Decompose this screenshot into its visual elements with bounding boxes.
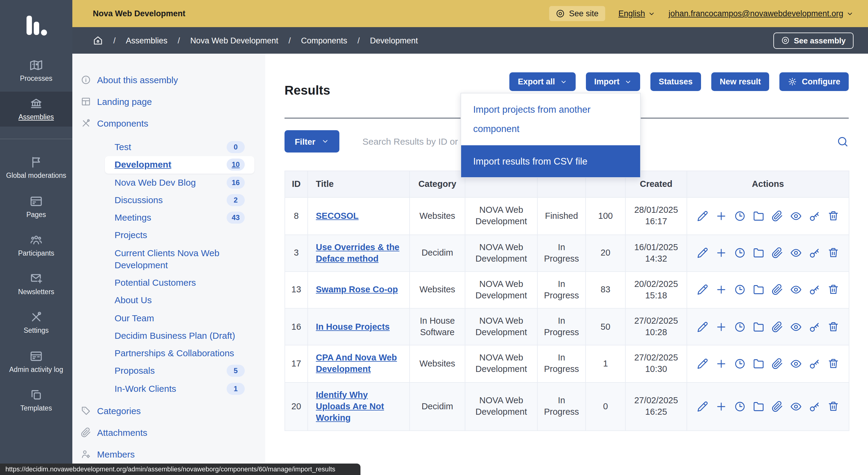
delete-icon[interactable]	[828, 247, 839, 259]
configure-button[interactable]: Configure	[780, 72, 849, 91]
rail-item-admin-activity-log[interactable]: Admin activity log	[0, 344, 72, 379]
result-link[interactable]: Identify Why Uploads Are Not Working	[316, 390, 384, 422]
rail-item-assemblies[interactable]: Assemblies	[0, 92, 72, 127]
attachments-icon[interactable]	[772, 358, 783, 370]
preview-icon[interactable]	[790, 284, 802, 296]
menu-members[interactable]: Members	[81, 448, 254, 461]
breadcrumb-development[interactable]: Development	[370, 36, 418, 45]
edit-icon[interactable]	[697, 247, 708, 259]
new-result-button[interactable]: New result	[711, 72, 770, 91]
menu-landing-page[interactable]: Landing page	[81, 95, 254, 108]
filter-button[interactable]: Filter	[284, 130, 339, 153]
timeline-icon[interactable]	[734, 247, 746, 259]
timeline-icon[interactable]	[734, 401, 746, 412]
edit-icon[interactable]	[697, 210, 708, 222]
folder-icon[interactable]	[753, 210, 764, 222]
attachments-icon[interactable]	[772, 247, 783, 259]
component-decidim-business-plan[interactable]: Decidim Business Plan (Draft)	[105, 327, 254, 345]
decidim-logo[interactable]	[0, 0, 72, 53]
rail-item-pages[interactable]: Pages	[0, 189, 72, 224]
home-icon[interactable]	[93, 35, 103, 45]
permissions-icon[interactable]	[809, 321, 820, 332]
permissions-icon[interactable]	[809, 284, 820, 296]
component-partnerships[interactable]: Partnerships & Collaborations	[105, 345, 254, 362]
rail-item-newsletters[interactable]: Newsletters	[0, 266, 72, 302]
timeline-icon[interactable]	[734, 358, 746, 370]
result-link[interactable]: CPA And Nova Web Development	[316, 353, 397, 374]
permissions-icon[interactable]	[809, 358, 820, 370]
delete-icon[interactable]	[828, 321, 839, 332]
component-discussions[interactable]: Discussions 2	[105, 192, 254, 209]
result-link[interactable]: Swamp Rose Co-op	[316, 285, 398, 294]
delete-icon[interactable]	[828, 358, 839, 370]
timeline-icon[interactable]	[734, 321, 746, 332]
breadcrumb-components[interactable]: Components	[301, 36, 347, 45]
language-selector[interactable]: English	[618, 9, 655, 18]
folder-icon[interactable]	[753, 284, 764, 296]
folder-icon[interactable]	[753, 247, 764, 259]
see-site-button[interactable]: See site	[549, 6, 605, 21]
add-icon[interactable]	[715, 284, 727, 296]
menu-attachments[interactable]: Attachments	[81, 426, 254, 439]
rail-item-settings[interactable]: Settings	[0, 305, 72, 340]
edit-icon[interactable]	[697, 321, 708, 332]
rail-item-processes[interactable]: Processes	[0, 53, 72, 88]
preview-icon[interactable]	[790, 210, 802, 222]
delete-icon[interactable]	[828, 401, 839, 412]
timeline-icon[interactable]	[734, 210, 746, 222]
folder-icon[interactable]	[753, 401, 764, 412]
edit-icon[interactable]	[697, 401, 708, 412]
edit-icon[interactable]	[697, 284, 708, 296]
add-icon[interactable]	[715, 321, 727, 332]
search-icon[interactable]	[837, 135, 849, 147]
component-about-us[interactable]: About Us	[105, 292, 254, 309]
edit-icon[interactable]	[697, 358, 708, 370]
permissions-icon[interactable]	[809, 401, 820, 412]
permissions-icon[interactable]	[809, 210, 820, 222]
export-all-button[interactable]: Export all	[509, 72, 575, 91]
menu-components[interactable]: Components	[81, 117, 254, 130]
preview-icon[interactable]	[790, 321, 802, 332]
rail-item-global-moderations[interactable]: Global moderations	[0, 150, 72, 185]
result-link[interactable]: Use Overrides & the Deface method	[316, 242, 399, 263]
component-development[interactable]: Development 10	[105, 156, 254, 173]
import-button[interactable]: Import	[586, 72, 640, 91]
component-current-clients[interactable]: Current Clients Nova Web Development	[105, 245, 254, 274]
delete-icon[interactable]	[828, 284, 839, 296]
component-proposals[interactable]: Proposals 5	[105, 362, 254, 380]
statuses-button[interactable]: Statuses	[650, 72, 701, 91]
component-meetings[interactable]: Meetings 43	[105, 209, 254, 226]
component-potential-customers[interactable]: Potential Customers	[105, 274, 254, 291]
component-in-work-clients[interactable]: In-Work Clients 1	[105, 380, 254, 397]
result-link[interactable]: SECOSOL	[316, 211, 359, 221]
add-icon[interactable]	[715, 401, 727, 412]
rail-item-templates[interactable]: Templates	[0, 383, 72, 418]
add-icon[interactable]	[715, 247, 727, 259]
breadcrumb-assembly[interactable]: Nova Web Development	[190, 36, 278, 45]
add-icon[interactable]	[715, 358, 727, 370]
menu-categories[interactable]: Categories	[81, 405, 254, 417]
attachments-icon[interactable]	[772, 210, 783, 222]
menu-item-import-results-csv[interactable]: Import results from CSV file	[461, 145, 640, 178]
menu-about-this-assembly[interactable]: About this assembly	[81, 73, 254, 86]
folder-icon[interactable]	[753, 358, 764, 370]
user-menu[interactable]: johan.francocampos@novawebdevelopment.or…	[669, 9, 854, 18]
timeline-icon[interactable]	[734, 284, 746, 296]
attachments-icon[interactable]	[772, 321, 783, 332]
folder-icon[interactable]	[753, 321, 764, 332]
result-link[interactable]: In House Projects	[316, 322, 390, 331]
preview-icon[interactable]	[790, 358, 802, 370]
component-projects[interactable]: Projects	[105, 227, 254, 244]
attachments-icon[interactable]	[772, 401, 783, 412]
add-icon[interactable]	[715, 210, 727, 222]
menu-item-import-projects[interactable]: Import projects from another component	[461, 93, 640, 145]
preview-icon[interactable]	[790, 401, 802, 412]
component-our-team[interactable]: Our Team	[105, 310, 254, 327]
component-test[interactable]: Test 0	[105, 139, 254, 156]
delete-icon[interactable]	[828, 210, 839, 222]
component-nova-web-dev-blog[interactable]: Nova Web Dev Blog 16	[105, 174, 254, 191]
rail-item-participants[interactable]: Participants	[0, 228, 72, 263]
breadcrumb-assemblies[interactable]: Assemblies	[126, 36, 167, 45]
permissions-icon[interactable]	[809, 247, 820, 259]
attachments-icon[interactable]	[772, 284, 783, 296]
